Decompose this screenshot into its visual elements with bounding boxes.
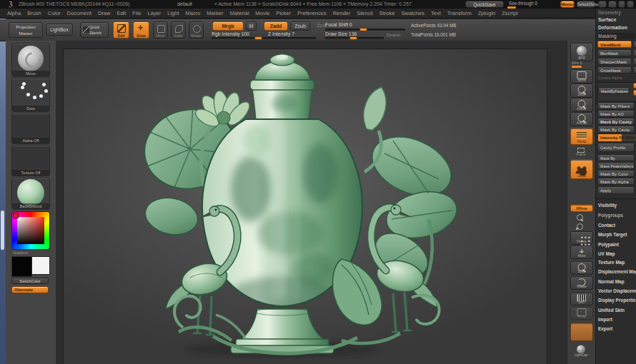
menu-zplugin[interactable]: Zplugin	[478, 10, 496, 16]
zsub-button[interactable]: Zsub	[290, 21, 310, 31]
mask-by-fibers-button[interactable]: Mask By Fibers	[597, 102, 635, 109]
gradient-label[interactable]: Gradient	[13, 251, 28, 255]
focal-shift-nub[interactable]	[359, 28, 367, 31]
quicksave-button[interactable]: QuickSave	[465, 1, 504, 8]
smt-button[interactable]: SMT	[570, 293, 593, 305]
zoom-in-button[interactable]	[576, 213, 584, 221]
current-alpha-thumbnail[interactable]: Alpha Off	[11, 113, 50, 144]
sat-val-square[interactable]	[17, 217, 44, 244]
draw-size-nub[interactable]	[349, 36, 357, 40]
mask-by-alpha-button[interactable]: Mask By Alpha	[597, 178, 635, 185]
sharpenmask-pair-button[interactable]	[633, 58, 636, 65]
zadd-button[interactable]: Zadd	[264, 21, 288, 31]
menu-light[interactable]: Light	[167, 10, 179, 16]
see-through-slider[interactable]: See-through 0	[507, 0, 550, 9]
subpalette-texture-map[interactable]: Texture Map	[598, 260, 625, 265]
menus-button[interactable]: Menus	[560, 1, 575, 8]
subpalette-displacement-map[interactable]: Displacement Map	[598, 269, 636, 274]
menu-brush[interactable]: Brush	[27, 10, 41, 16]
viewmask-button[interactable]: ViewMask	[597, 41, 632, 48]
mask-by-cavity-button-2[interactable]: Mask By Cavity	[597, 126, 635, 133]
rgb-intensity-slider[interactable]	[212, 37, 316, 39]
projection-master-button[interactable]: Projection Master	[9, 22, 43, 38]
menu-macro[interactable]: Macro	[185, 10, 200, 16]
menu-material[interactable]: Material	[230, 10, 249, 16]
menu-picker[interactable]: Picker	[276, 10, 291, 16]
scale-3d-button[interactable]: Scale	[570, 261, 593, 275]
actual-button[interactable]: Actual	[570, 98, 593, 112]
menu-preferences[interactable]: Preferences	[297, 10, 326, 16]
frame-all-button[interactable]: Frame	[570, 231, 593, 245]
alternate-button[interactable]: Alternate	[11, 286, 49, 293]
subpalette-polypaint[interactable]: Polypaint	[598, 242, 619, 247]
divider-config-icon[interactable]	[598, 1, 607, 8]
current-material-thumbnail[interactable]: BackGround	[11, 177, 50, 210]
subpalette-deformation[interactable]: Deformation	[598, 25, 627, 30]
subpalette-geometry[interactable]: Geometry	[598, 10, 621, 15]
current-brush-thumbnail[interactable]: Move	[11, 43, 50, 77]
lightbox-button[interactable]: LightBox	[46, 24, 73, 36]
subpalette-import[interactable]: Import	[598, 317, 612, 322]
cavity-intensity-slider[interactable]: Intensity 52.3216	[597, 133, 636, 142]
subpalette-export[interactable]: Export	[598, 326, 612, 331]
texture-swatch-button[interactable]	[570, 323, 593, 341]
subpalette-unified-skin[interactable]: Unified Skin	[598, 308, 625, 313]
mask-by-color-button[interactable]: Mask By Color	[597, 170, 635, 177]
mrgb-button[interactable]: Mrgb	[212, 21, 244, 31]
subpalette-normal-map[interactable]: Normal Map	[598, 279, 625, 284]
color-picker[interactable]	[11, 211, 50, 250]
scroll-button[interactable]: Scroll	[570, 69, 593, 84]
subpalette-polygroups[interactable]: Polygroups	[598, 213, 623, 218]
main-color-swatch[interactable]	[11, 256, 32, 277]
menu-text[interactable]: Text	[431, 10, 441, 16]
growmask-pair-button[interactable]	[633, 66, 636, 74]
frame-button[interactable]: Frame	[576, 148, 586, 155]
mask-by-smoothness-button[interactable]: Mask By Smoothness	[597, 154, 635, 161]
maskbyfeature-button[interactable]: MaskByFeature	[598, 87, 630, 94]
viewmask-pair-button[interactable]	[633, 41, 636, 48]
zoom-out-button[interactable]	[576, 223, 584, 231]
focal-shift-slider[interactable]	[325, 29, 405, 31]
subpalette-surface[interactable]: Surface	[598, 17, 617, 22]
menu-render[interactable]: Render	[333, 10, 351, 16]
subpalette-display-properties[interactable]: Display Properties	[598, 298, 636, 303]
mask-by-ao-button[interactable]: Mask By AO	[597, 110, 635, 117]
spix-slider[interactable]	[572, 66, 582, 68]
menu-stroke[interactable]: Stroke	[379, 10, 395, 16]
menu-document[interactable]: Document	[67, 10, 91, 16]
mask-peaksvalleys-button[interactable]: Mask PeaksValleys	[597, 162, 635, 169]
menu-edit[interactable]: Edit	[116, 10, 126, 16]
document-viewport[interactable]	[63, 49, 547, 364]
mask-by-cavity-button[interactable]: Mask By Cavity	[597, 118, 635, 125]
bpr-render-button[interactable]: BPR	[570, 43, 593, 61]
apply-button[interactable]: Apply	[597, 186, 635, 194]
menu-movie[interactable]: Movie	[255, 10, 269, 16]
blurmask-pair-button[interactable]	[633, 49, 636, 56]
subpalette-vector-displacement[interactable]: Vector Displacement	[598, 288, 636, 293]
menu-marker[interactable]: Marker	[207, 10, 223, 16]
current-texture-thumbnail[interactable]: Texture Off	[11, 145, 50, 176]
feature-toggle-1[interactable]	[633, 83, 636, 89]
draw-size-slider[interactable]	[325, 37, 384, 39]
zoom-button[interactable]: Zoom	[570, 84, 593, 98]
ui-config-icon[interactable]	[627, 1, 634, 8]
subpalette-uv-map[interactable]: UV Map	[598, 251, 615, 256]
xpose-button[interactable]: XPose	[570, 204, 593, 212]
default-zscript-button[interactable]: DefaultZScript	[577, 1, 595, 8]
sharpenmask-button[interactable]: SharpenMask	[597, 58, 632, 65]
menu-file[interactable]: File	[132, 10, 141, 16]
current-stroke-thumbnail[interactable]: Dots	[11, 78, 50, 112]
menu-layer[interactable]: Layer	[147, 10, 161, 16]
switchcolor-button[interactable]: SwitchColor	[11, 278, 49, 284]
cavity-profile-curve[interactable]: Cavity Profile	[597, 143, 635, 152]
menu-stencil[interactable]: Stencil	[357, 10, 373, 16]
menu-zscript[interactable]: Zscript	[502, 10, 518, 16]
menu-color[interactable]: Color	[48, 10, 61, 16]
menu-transform[interactable]: Transform	[447, 10, 472, 16]
menu-swatches[interactable]: Swatches	[401, 10, 424, 16]
menu-alpha[interactable]: Alpha	[7, 10, 21, 16]
menu-draw[interactable]: Draw	[98, 10, 111, 16]
rgb-intensity-nub[interactable]	[254, 36, 262, 40]
doc-layout-icon[interactable]	[618, 1, 625, 8]
m-button[interactable]: M	[246, 21, 257, 31]
